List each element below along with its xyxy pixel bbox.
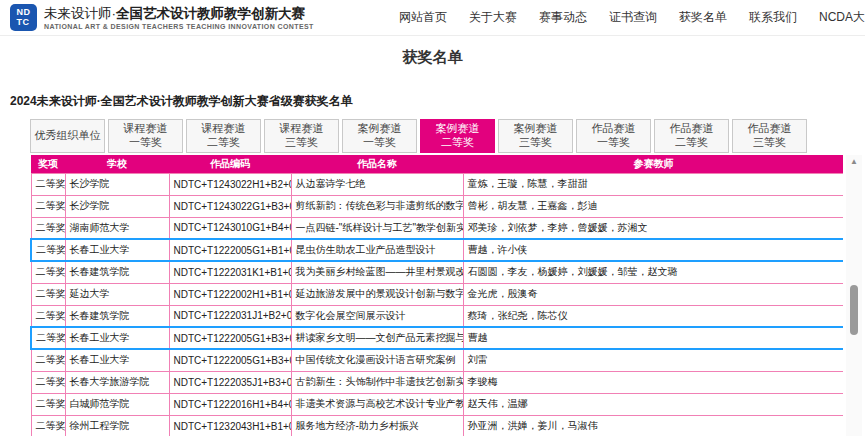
table-row[interactable]: 二等奖延边大学NDTC+T1222002H1+B1+002延边旅游发展中的景观设… [31,283,843,305]
brand-subtitle-en: NATIONAL ART & DESIGN TEACHERS TEACHING … [44,23,314,30]
tab-1[interactable]: 课程赛道 一等奖 [108,119,183,153]
tab-5-active[interactable]: 案例赛道 二等奖 [420,119,495,153]
cell-title: 数字化会展空间展示设计 [291,305,463,327]
list-subtitle: 2024未来设计师·全国艺术设计教师教学创新大赛省级赛获奖名单 [10,93,865,110]
cell-school: 长春大学旅游学院 [65,371,169,393]
table-row[interactable]: 二等奖长春大学旅游学院NDTC+T1222035J1+B3+001古韵新生：头饰… [31,371,843,393]
cell-award: 二等奖 [31,305,65,327]
cell-code: NDTC+T1222002H1+B1+002 [169,283,291,305]
cell-teachers: 童炼，王璇，陈慧，李甜甜 [463,173,843,195]
cell-code: NDTC+T1222016H1+B4+001 [169,393,291,415]
cell-school: 延边大学 [65,283,169,305]
cell-school: 长春建筑学院 [65,305,169,327]
table-row[interactable]: 二等奖长沙学院NDTC+T1243022H1+B2+002从边塞诗学七绝童炼，王… [31,173,843,195]
column-header: 学校 [65,155,169,173]
cell-title: 剪纸新韵：传统色彩与非遗剪纸的数字化创新 [291,195,463,217]
cell-teachers: 孙亚洲，洪婵，姜川，马淑伟 [463,415,843,436]
cell-teachers: 刘雷 [463,349,843,371]
cell-award: 二等奖 [31,393,65,415]
cell-teachers: 曹越，许小侠 [463,239,843,261]
cell-award: 二等奖 [31,327,65,349]
cell-title: 非遗美术资源与高校艺术设计专业产教融合 [291,393,463,415]
brand-title-bold: 全国艺术设计教师教学创新大赛 [116,6,305,21]
cell-code: NDTC+T1222031J1+B2+001 [169,305,291,327]
cell-school: 湖南师范大学 [65,217,169,239]
tab-9[interactable]: 作品赛道 三等奖 [732,119,807,153]
cell-code: NDTC+T1222031K1+B1+002 [169,261,291,283]
tab-4[interactable]: 案例赛道 一等奖 [342,119,417,153]
cell-school: 徐州工程学院 [65,415,169,436]
nav-item-4[interactable]: 获奖名单 [679,9,727,26]
table-row[interactable]: 二等奖湖南师范大学NDTC+T1243010G1+B4+001一点四链-"纸样设… [31,217,843,239]
cell-teachers: 曹越 [463,327,843,349]
table-row[interactable]: 二等奖长春建筑学院NDTC+T1222031K1+B1+002我为美丽乡村绘蓝图… [31,261,843,283]
cell-award: 二等奖 [31,239,65,261]
column-header: 作品名称 [291,155,463,173]
cell-award: 二等奖 [31,195,65,217]
cell-title: 中国传统文化漫画设计语言研究案例 [291,349,463,371]
tab-7[interactable]: 作品赛道 一等奖 [576,119,651,153]
scroll-up-icon[interactable]: ▲ [850,158,858,166]
nav-item-2[interactable]: 赛事动态 [539,9,587,26]
table-zone: 奖项学校作品编码作品名称参赛教师 二等奖长沙学院NDTC+T1243022H1+… [30,155,865,436]
cell-teachers: 蔡琦，张纪尧，陈芯仪 [463,305,843,327]
tab-0[interactable]: 优秀组织单位 [30,119,105,153]
column-header: 作品编码 [169,155,291,173]
awards-table: 奖项学校作品编码作品名称参赛教师 二等奖长沙学院NDTC+T1243022H1+… [30,155,843,436]
cell-award: 二等奖 [31,217,65,239]
cell-school: 白城师范学院 [65,393,169,415]
cell-title: 服务地方经济-助力乡村振兴 [291,415,463,436]
cell-award: 二等奖 [31,173,65,195]
column-header: 参赛教师 [463,155,843,173]
table-row[interactable]: 二等奖徐州工程学院NDTC+T1232043H1+B1+001服务地方经济-助力… [31,415,843,436]
cell-code: NDTC+T1222005G1+B3+001 [169,349,291,371]
cell-title: 一点四链-"纸样设计与工艺"教学创新实践 [291,217,463,239]
award-category-tabs: 优秀组织单位课程赛道 一等奖课程赛道 二等奖课程赛道 三等奖案例赛道 一等奖案例… [30,119,865,153]
brand-title-light: 未来设计师· [44,6,116,21]
tab-6[interactable]: 案例赛道 三等奖 [498,119,573,153]
brand-logo-icon: ND TC [10,4,37,31]
cell-award: 二等奖 [31,261,65,283]
nav-item-0[interactable]: 网站首页 [399,9,447,26]
cell-school: 长春工业大学 [65,327,169,349]
table-header-row: 奖项学校作品编码作品名称参赛教师 [31,155,843,173]
cell-teachers: 邓美珍，刘依梦，李婷，曾媛媛，苏湘文 [463,217,843,239]
table-row-highlighted[interactable]: 二等奖长春工业大学NDTC+T1222005G1+B1+001昆虫仿生助农工业产… [31,239,843,261]
table-row[interactable]: 二等奖长春工业大学NDTC+T1222005G1+B3+001中国传统文化漫画设… [31,349,843,371]
cell-teachers: 曾彬，胡友慧，王嘉鑫，彭迪 [463,195,843,217]
cell-code: NDTC+T1222035J1+B3+001 [169,371,291,393]
nav-item-6[interactable]: NCDA大赛 [819,9,865,26]
cell-code: NDTC+T1222005G1+B1+001 [169,239,291,261]
scrollbar-thumb[interactable] [850,285,858,335]
table-row-highlighted[interactable]: 二等奖长春工业大学NDTC+T1222005G1+B3+005耕读家乡文明——文… [31,327,843,349]
tab-8[interactable]: 作品赛道 二等奖 [654,119,729,153]
cell-teachers: 石圆圆，李友，杨媛婷，刘媛媛，邹莹，赵文璐 [463,261,843,283]
cell-school: 长沙学院 [65,195,169,217]
top-nav: 网站首页关于大赛赛事动态证书查询获奖名单联系我们NCDA大赛 [399,9,865,26]
table-row[interactable]: 二等奖长春建筑学院NDTC+T1222031J1+B2+001数字化会展空间展示… [31,305,843,327]
cell-award: 二等奖 [31,371,65,393]
brand-block: 未来设计师·全国艺术设计教师教学创新大赛 NATIONAL ART & DESI… [44,5,314,30]
table-scrollbar[interactable]: ▲ ▼ [846,155,862,436]
cell-code: NDTC+T1222005G1+B3+005 [169,327,291,349]
tab-3[interactable]: 课程赛道 三等奖 [264,119,339,153]
awards-table-container: 奖项学校作品编码作品名称参赛教师 二等奖长沙学院NDTC+T1243022H1+… [30,155,843,436]
cell-title: 古韵新生：头饰制作中非遗技艺创新实践 [291,371,463,393]
cell-title: 延边旅游发展中的景观设计创新与数字化展示 [291,283,463,305]
cell-school: 长春工业大学 [65,349,169,371]
table-row[interactable]: 二等奖白城师范学院NDTC+T1222016H1+B4+001非遗美术资源与高校… [31,393,843,415]
nav-item-5[interactable]: 联系我们 [749,9,797,26]
nav-item-3[interactable]: 证书查询 [609,9,657,26]
cell-title: 我为美丽乡村绘蓝图——井里村景观改造设计 [291,261,463,283]
cell-award: 二等奖 [31,349,65,371]
page-title: 获奖名单 [0,48,865,67]
cell-title: 从边塞诗学七绝 [291,173,463,195]
cell-award: 二等奖 [31,283,65,305]
cell-award: 二等奖 [31,415,65,436]
table-row[interactable]: 二等奖长沙学院NDTC+T1243022G1+B3+002剪纸新韵：传统色彩与非… [31,195,843,217]
tab-2[interactable]: 课程赛道 二等奖 [186,119,261,153]
cell-school: 长春建筑学院 [65,261,169,283]
cell-teachers: 金光虎，殷澳奇 [463,283,843,305]
nav-item-1[interactable]: 关于大赛 [469,9,517,26]
cell-code: NDTC+T1243010G1+B4+001 [169,217,291,239]
